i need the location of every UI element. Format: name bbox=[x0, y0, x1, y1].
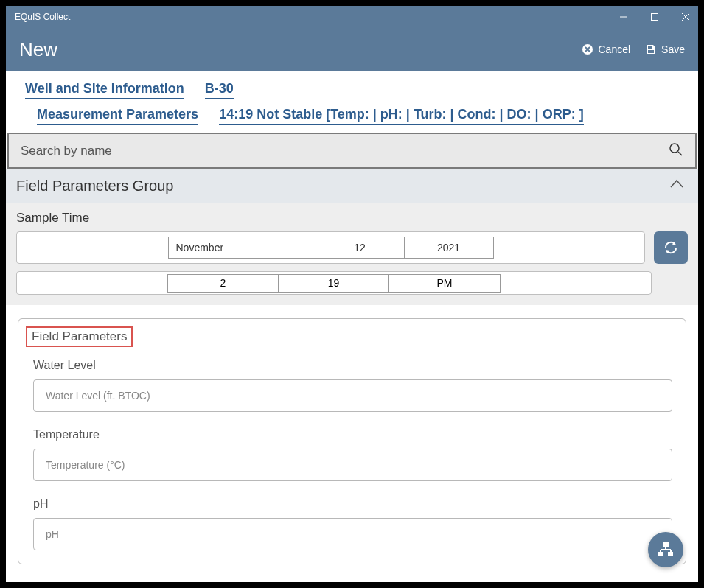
temperature-label: Temperature bbox=[33, 428, 672, 441]
save-button[interactable]: Save bbox=[645, 43, 685, 55]
date-year[interactable]: 2021 bbox=[405, 237, 493, 258]
svg-rect-7 bbox=[648, 46, 652, 49]
refresh-icon bbox=[663, 239, 679, 256]
toolbar: New Cancel Save bbox=[6, 28, 698, 71]
save-icon bbox=[645, 43, 657, 55]
temperature-input[interactable] bbox=[33, 449, 672, 481]
group-header-title: Field Parameters Group bbox=[16, 178, 173, 195]
page-title: New bbox=[19, 38, 57, 61]
maximize-button[interactable] bbox=[649, 12, 660, 22]
save-label: Save bbox=[661, 43, 685, 55]
svg-point-9 bbox=[670, 144, 679, 153]
field-parameters-box: Field Parameters Water Level Temperature… bbox=[18, 318, 686, 564]
breadcrumb-row-2: Measurement Parameters 14:19 Not Stable … bbox=[6, 102, 698, 131]
sample-time-label: Sample Time bbox=[16, 211, 688, 225]
svg-rect-13 bbox=[663, 542, 669, 547]
breadcrumb-wellsite[interactable]: Well and Site Information bbox=[25, 81, 184, 99]
date-day[interactable]: 12 bbox=[316, 237, 405, 258]
app-window: EQuIS Collect New Cancel Save bbox=[6, 6, 698, 582]
ph-input[interactable] bbox=[33, 518, 672, 550]
breadcrumb-status[interactable]: 14:19 Not Stable [Temp: | pH: | Turb: | … bbox=[219, 107, 584, 125]
sample-time-section: Sample Time November 12 2021 bbox=[6, 203, 698, 305]
svg-line-10 bbox=[678, 152, 682, 155]
svg-rect-14 bbox=[658, 552, 663, 556]
refresh-button[interactable] bbox=[654, 231, 688, 264]
app-title: EQuIS Collect bbox=[15, 12, 70, 22]
breadcrumb-measurement-params[interactable]: Measurement Parameters bbox=[37, 107, 198, 125]
fab-button[interactable] bbox=[648, 532, 683, 567]
svg-rect-15 bbox=[668, 552, 673, 556]
water-level-input[interactable] bbox=[33, 379, 672, 412]
cancel-button[interactable]: Cancel bbox=[582, 43, 630, 55]
breadcrumb-location[interactable]: B-30 bbox=[205, 81, 234, 99]
svg-rect-8 bbox=[648, 50, 654, 53]
close-button[interactable] bbox=[680, 12, 691, 22]
search-icon[interactable] bbox=[669, 142, 683, 160]
hierarchy-icon bbox=[656, 540, 675, 559]
titlebar: EQuIS Collect bbox=[6, 6, 698, 28]
cancel-icon bbox=[582, 43, 593, 55]
chevron-up-icon bbox=[669, 176, 685, 195]
search-bar bbox=[7, 133, 697, 169]
water-level-label: Water Level bbox=[33, 359, 672, 372]
svg-rect-1 bbox=[652, 14, 658, 21]
minimize-button[interactable] bbox=[618, 12, 629, 22]
date-picker[interactable]: November 12 2021 bbox=[16, 231, 645, 264]
ph-label: pH bbox=[33, 497, 672, 511]
time-minute[interactable]: 19 bbox=[279, 275, 389, 292]
time-hour[interactable]: 2 bbox=[168, 275, 279, 292]
group-header[interactable]: Field Parameters Group bbox=[6, 169, 698, 203]
cancel-label: Cancel bbox=[598, 43, 630, 55]
field-parameters-header: Field Parameters bbox=[26, 326, 133, 347]
search-input[interactable] bbox=[21, 144, 669, 158]
time-picker[interactable]: 2 19 PM bbox=[16, 271, 652, 295]
breadcrumb-row-1: Well and Site Information B-30 bbox=[6, 71, 698, 102]
date-month[interactable]: November bbox=[169, 237, 316, 258]
time-ampm[interactable]: PM bbox=[389, 275, 500, 292]
